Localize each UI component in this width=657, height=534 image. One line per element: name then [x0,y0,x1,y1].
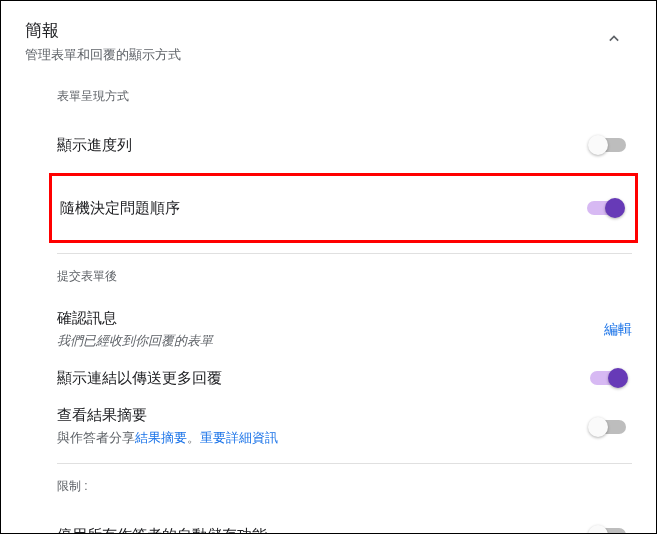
group-label-form: 表單呈現方式 [57,88,632,105]
group-label-restrict: 限制 : [57,478,632,495]
shuffle-title: 隨機決定問題順序 [60,199,180,218]
summary-toggle[interactable] [590,420,626,434]
summary-desc: 與作答者分享結果摘要。重要詳細資訊 [57,429,278,447]
collapse-button[interactable] [596,21,632,57]
row-another: 顯示連結以傳送更多回覆 [57,356,632,400]
summary-period: 。 [187,430,200,445]
row-shuffle: 隨機決定問題順序 [60,186,629,230]
row-summary: 查看結果摘要 與作答者分享結果摘要。重要詳細資訊 [57,400,632,453]
divider [57,463,632,464]
chevron-up-icon [604,29,624,49]
divider [57,253,632,254]
summary-desc-prefix: 與作答者分享 [57,430,135,445]
autosave-toggle[interactable] [590,528,626,534]
section-header-text: 簡報 管理表單和回覆的顯示方式 [25,19,181,64]
summary-title: 查看結果摘要 [57,406,278,425]
row-confirm: 確認訊息 我們已經收到你回覆的表單 編輯 [57,303,632,356]
progress-toggle[interactable] [590,138,626,152]
row-progress: 顯示進度列 [57,123,632,167]
confirm-desc: 我們已經收到你回覆的表單 [57,332,213,350]
another-title: 顯示連結以傳送更多回覆 [57,369,222,388]
summary-link-2[interactable]: 重要詳細資訊 [200,430,278,445]
section-subtitle: 管理表單和回覆的顯示方式 [25,46,181,64]
section-header: 簡報 管理表單和回覆的顯示方式 [25,19,632,64]
summary-link-1[interactable]: 結果摘要 [135,430,187,445]
row-autosave: 停用所有作答者的自動儲存功能 [57,513,632,534]
progress-title: 顯示進度列 [57,136,132,155]
autosave-title: 停用所有作答者的自動儲存功能 [57,526,267,535]
group-label-submit: 提交表單後 [57,268,632,285]
section-title: 簡報 [25,19,181,42]
shuffle-toggle[interactable] [587,201,623,215]
confirm-edit-button[interactable]: 編輯 [604,321,632,339]
confirm-title: 確認訊息 [57,309,213,328]
another-toggle[interactable] [590,371,626,385]
highlight-shuffle: 隨機決定問題順序 [49,173,638,243]
